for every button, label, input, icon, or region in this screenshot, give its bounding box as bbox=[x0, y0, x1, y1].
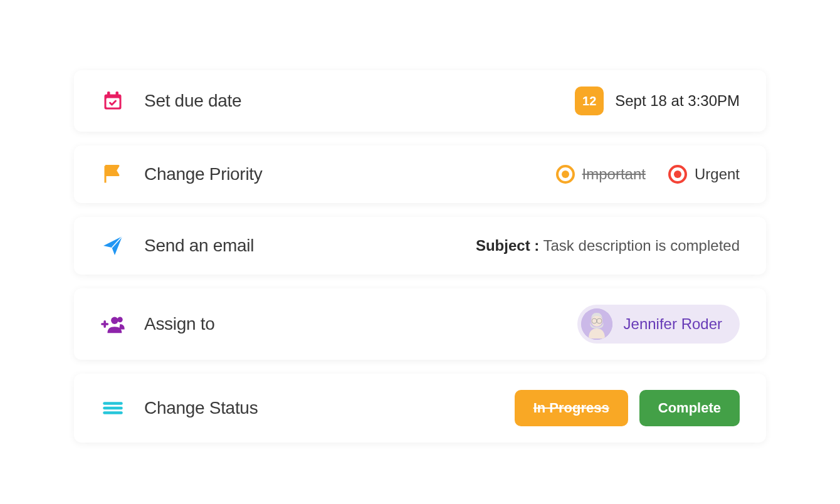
date-badge: 12 bbox=[575, 87, 604, 115]
status-right: In Progress Complete bbox=[515, 390, 740, 426]
radio-dot-icon bbox=[674, 171, 681, 178]
email-subject-label: Subject : bbox=[476, 237, 539, 254]
due-date-title: Set due date bbox=[144, 91, 241, 111]
priority-left: Change Priority bbox=[100, 162, 262, 187]
email-left: Send an email bbox=[100, 233, 254, 258]
due-date-left: Set due date bbox=[100, 88, 241, 113]
assign-right: Jennifer Roder bbox=[577, 305, 740, 344]
status-left: Change Status bbox=[100, 396, 258, 421]
complete-label: Complete bbox=[658, 400, 721, 416]
menu-icon bbox=[100, 396, 125, 421]
avatar bbox=[581, 308, 612, 340]
radio-dot-icon bbox=[562, 171, 569, 178]
priority-right: Important Urgent bbox=[556, 165, 740, 184]
status-row[interactable]: Change Status In Progress Complete bbox=[74, 374, 766, 443]
assignee-name: Jennifer Roder bbox=[624, 315, 722, 333]
status-title: Change Status bbox=[144, 398, 258, 418]
in-progress-label: In Progress bbox=[533, 400, 609, 416]
priority-row[interactable]: Change Priority Important Urgent bbox=[74, 145, 766, 203]
user-plus-icon bbox=[100, 312, 125, 337]
priority-option-urgent[interactable]: Urgent bbox=[668, 165, 740, 184]
flag-icon bbox=[100, 162, 125, 187]
priority-option-important[interactable]: Important bbox=[556, 165, 646, 184]
email-right: Subject : Task description is completed bbox=[476, 237, 740, 255]
email-title: Send an email bbox=[144, 236, 254, 256]
svg-rect-3 bbox=[116, 92, 119, 97]
svg-point-5 bbox=[117, 317, 123, 323]
due-date-row[interactable]: Set due date 12 Sept 18 at 3:30PM bbox=[74, 70, 766, 132]
paper-plane-icon bbox=[100, 233, 125, 258]
priority-title: Change Priority bbox=[144, 164, 262, 184]
assignee-chip[interactable]: Jennifer Roder bbox=[577, 305, 740, 344]
assign-left: Assign to bbox=[100, 312, 214, 337]
complete-button[interactable]: Complete bbox=[639, 390, 740, 426]
radio-icon bbox=[668, 165, 687, 184]
in-progress-button[interactable]: In Progress bbox=[515, 390, 628, 426]
calendar-check-icon bbox=[100, 88, 125, 113]
svg-point-4 bbox=[111, 317, 118, 324]
due-date-value: Sept 18 at 3:30PM bbox=[615, 92, 740, 110]
radio-icon bbox=[556, 165, 575, 184]
important-label: Important bbox=[582, 165, 646, 183]
urgent-label: Urgent bbox=[695, 165, 740, 183]
email-subject: Subject : Task description is completed bbox=[476, 237, 740, 255]
email-subject-value: Task description is completed bbox=[543, 237, 740, 254]
email-row[interactable]: Send an email Subject : Task description… bbox=[74, 217, 766, 275]
assign-title: Assign to bbox=[144, 314, 214, 334]
assign-row[interactable]: Assign to Jennifer Roder bbox=[74, 288, 766, 360]
svg-rect-2 bbox=[107, 92, 110, 97]
due-date-right: 12 Sept 18 at 3:30PM bbox=[575, 87, 740, 115]
